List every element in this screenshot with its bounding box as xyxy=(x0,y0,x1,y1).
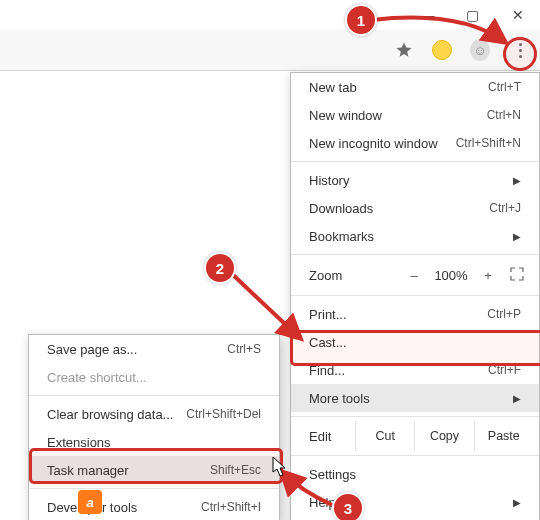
menu-label: Find... xyxy=(309,363,488,378)
menu-label: Clear browsing data... xyxy=(47,407,186,422)
menu-shortcut: Ctrl+S xyxy=(227,342,261,356)
callout-badge-1: 1 xyxy=(345,4,377,36)
browser-toolbar: ☺ xyxy=(0,30,540,71)
menu-label: Downloads xyxy=(309,201,489,216)
edit-cut-button[interactable]: Cut xyxy=(355,421,414,451)
menu-label: Extensions xyxy=(47,435,261,450)
menu-bookmarks[interactable]: Bookmarks ▶ xyxy=(291,222,539,250)
window-maximize-button[interactable]: ▢ xyxy=(450,0,495,30)
submenu-save-page[interactable]: Save page as... Ctrl+S xyxy=(29,335,279,363)
zoom-value: 100% xyxy=(431,268,471,283)
menu-history[interactable]: History ▶ xyxy=(291,166,539,194)
menu-label: Developer tools xyxy=(47,500,201,515)
window-minimize-button[interactable]: — xyxy=(405,0,450,30)
menu-separator xyxy=(291,161,539,162)
menu-shortcut: Ctrl+F xyxy=(488,363,521,377)
menu-new-tab[interactable]: New tab Ctrl+T xyxy=(291,73,539,101)
menu-shortcut: Ctrl+Shift+N xyxy=(456,136,521,150)
menu-shortcut: Ctrl+N xyxy=(487,108,521,122)
menu-edit-row: Edit Cut Copy Paste xyxy=(291,421,539,451)
submenu-create-shortcut: Create shortcut... xyxy=(29,363,279,391)
fullscreen-icon[interactable] xyxy=(509,266,525,285)
callout-badge-3: 3 xyxy=(332,492,364,520)
chrome-menu-button[interactable] xyxy=(508,38,532,62)
submenu-clear-data[interactable]: Clear browsing data... Ctrl+Shift+Del xyxy=(29,400,279,428)
menu-separator xyxy=(291,455,539,456)
profile-avatar-icon[interactable]: ☺ xyxy=(470,40,490,60)
menu-separator xyxy=(29,395,279,396)
menu-label: New tab xyxy=(309,80,488,95)
menu-shortcut: Ctrl+Shift+Del xyxy=(186,407,261,421)
menu-label: New window xyxy=(309,108,487,123)
menu-label: Print... xyxy=(309,307,487,322)
menu-cast[interactable]: Cast... xyxy=(291,328,539,356)
menu-label: Cast... xyxy=(309,335,521,350)
more-tools-submenu: Save page as... Ctrl+S Create shortcut..… xyxy=(28,334,280,520)
submenu-extensions[interactable]: Extensions xyxy=(29,428,279,456)
menu-print[interactable]: Print... Ctrl+P xyxy=(291,300,539,328)
menu-zoom-row: Zoom – 100% + xyxy=(291,259,539,291)
menu-label: Settings xyxy=(309,467,521,482)
menu-shortcut: Ctrl+Shift+I xyxy=(201,500,261,514)
menu-label: History xyxy=(309,173,513,188)
menu-shortcut: Ctrl+J xyxy=(489,201,521,215)
zoom-label: Zoom xyxy=(309,268,397,283)
menu-shortcut: Ctrl+P xyxy=(487,307,521,321)
menu-shortcut: Shift+Esc xyxy=(210,463,261,477)
callout-badge-2: 2 xyxy=(204,252,236,284)
menu-more-tools[interactable]: More tools ▶ xyxy=(291,384,539,412)
edit-paste-button[interactable]: Paste xyxy=(474,421,533,451)
bookmark-star-icon[interactable] xyxy=(394,40,414,60)
menu-separator xyxy=(291,416,539,417)
submenu-task-manager[interactable]: Task manager Shift+Esc xyxy=(29,456,279,484)
menu-settings[interactable]: Settings xyxy=(291,460,539,488)
menu-separator xyxy=(291,295,539,296)
menu-shortcut: Ctrl+T xyxy=(488,80,521,94)
menu-new-incognito[interactable]: New incognito window Ctrl+Shift+N xyxy=(291,129,539,157)
submenu-arrow-icon: ▶ xyxy=(513,175,521,186)
window-close-button[interactable]: ✕ xyxy=(495,0,540,30)
submenu-arrow-icon: ▶ xyxy=(513,497,521,508)
menu-label: New incognito window xyxy=(309,136,456,151)
extension-icon[interactable] xyxy=(432,40,452,60)
zoom-in-button[interactable]: + xyxy=(477,268,499,283)
menu-label: Save page as... xyxy=(47,342,227,357)
menu-label: Create shortcut... xyxy=(47,370,261,385)
submenu-arrow-icon: ▶ xyxy=(513,231,521,242)
window-titlebar: — ▢ ✕ xyxy=(0,0,540,30)
edit-label: Edit xyxy=(309,429,355,444)
menu-separator xyxy=(29,488,279,489)
menu-separator xyxy=(291,254,539,255)
edit-copy-button[interactable]: Copy xyxy=(414,421,473,451)
menu-help[interactable]: Help ▶ xyxy=(291,488,539,516)
menu-new-window[interactable]: New window Ctrl+N xyxy=(291,101,539,129)
menu-downloads[interactable]: Downloads Ctrl+J xyxy=(291,194,539,222)
taskbar-app-icon[interactable]: a xyxy=(78,490,102,514)
submenu-arrow-icon: ▶ xyxy=(513,393,521,404)
menu-find[interactable]: Find... Ctrl+F xyxy=(291,356,539,384)
menu-label: More tools xyxy=(309,391,513,406)
submenu-dev-tools[interactable]: Developer tools Ctrl+Shift+I xyxy=(29,493,279,520)
zoom-out-button[interactable]: – xyxy=(403,268,425,283)
chrome-main-menu: New tab Ctrl+T New window Ctrl+N New inc… xyxy=(290,72,540,520)
menu-label: Bookmarks xyxy=(309,229,513,244)
menu-label: Task manager xyxy=(47,463,210,478)
